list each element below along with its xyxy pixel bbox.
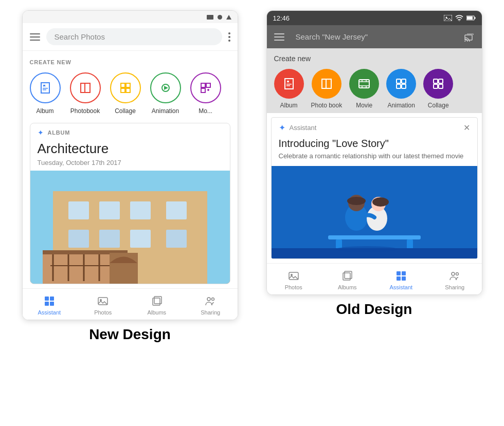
svg-point-44 <box>459 21 460 21</box>
svg-rect-79 <box>397 276 401 281</box>
old-movie-label: Movie <box>356 102 372 109</box>
old-create-collage[interactable]: Collage <box>423 69 453 109</box>
old-create-movie[interactable]: Movie <box>349 69 379 109</box>
svg-rect-57 <box>434 79 438 83</box>
old-nav-sharing[interactable]: Sharing <box>428 268 482 292</box>
old-hamburger-icon[interactable] <box>274 33 284 41</box>
more-circle-icon <box>190 72 221 103</box>
photobook-circle-icon <box>70 72 101 103</box>
svg-rect-18 <box>166 201 187 219</box>
status-triangle-icon <box>226 15 231 20</box>
album-photo <box>30 171 230 284</box>
create-more-button[interactable]: Mo... <box>190 72 221 115</box>
close-button[interactable]: ✕ <box>463 123 470 133</box>
assistant-header-left: ✦ Assistant <box>279 123 317 133</box>
svg-rect-15 <box>68 201 89 219</box>
old-nav-photos-label: Photos <box>285 284 302 290</box>
assistant-plus-icon: ✦ <box>279 123 285 133</box>
cast-icon[interactable] <box>464 32 475 42</box>
status-circle-icon <box>218 15 222 20</box>
collage-label: Collage <box>115 107 136 115</box>
old-create-photobook[interactable]: Photo book <box>311 69 343 109</box>
create-new-section: CREATE NEW Album <box>23 51 238 119</box>
more-options-icon[interactable] <box>228 32 230 42</box>
svg-rect-78 <box>402 271 406 275</box>
svg-rect-47 <box>467 16 473 20</box>
svg-rect-0 <box>43 88 48 89</box>
hamburger-menu-icon[interactable] <box>30 33 40 41</box>
album-date: Tuesday, October 17th 2017 <box>30 158 230 171</box>
create-new-label: CREATE NEW <box>30 59 230 65</box>
svg-rect-16 <box>99 201 120 219</box>
old-create-album[interactable]: Album <box>274 69 304 109</box>
svg-rect-34 <box>45 302 49 306</box>
svg-point-41 <box>212 298 214 301</box>
svg-rect-75 <box>343 273 350 280</box>
collage-circle-icon <box>110 72 141 103</box>
old-nav-photos[interactable]: Photos <box>267 268 321 292</box>
svg-rect-9 <box>201 88 205 92</box>
svg-rect-58 <box>439 79 443 83</box>
svg-rect-52 <box>359 80 369 88</box>
svg-rect-3 <box>126 83 130 87</box>
old-design-wrapper: 12:46 <box>260 10 489 318</box>
nav-assistant[interactable]: Assistant <box>23 293 77 318</box>
svg-point-49 <box>464 41 466 42</box>
create-animation-button[interactable]: Animation <box>150 72 181 115</box>
nav-albums[interactable]: Albums <box>130 293 184 318</box>
old-create-animation[interactable]: Animation <box>386 69 416 109</box>
album-card[interactable]: ✦ ALBUM Architecture Tuesday, October 17… <box>30 123 230 284</box>
svg-rect-55 <box>397 84 401 88</box>
svg-rect-1 <box>43 89 46 90</box>
svg-rect-33 <box>50 297 54 301</box>
old-photobook-label: Photo book <box>311 102 343 109</box>
svg-rect-38 <box>153 298 160 305</box>
photobook-label: Photobook <box>70 107 100 115</box>
svg-rect-19 <box>68 230 89 248</box>
svg-rect-17 <box>130 201 151 219</box>
old-search-input[interactable]: Search "New Jersey" <box>290 29 459 44</box>
svg-rect-53 <box>397 79 401 83</box>
new-design-label: New Design <box>89 326 171 343</box>
svg-rect-60 <box>439 84 443 88</box>
svg-rect-7 <box>201 83 205 87</box>
album-circle-icon <box>30 72 61 103</box>
search-input[interactable]: Search Photos <box>46 28 222 45</box>
old-collage-label: Collage <box>428 102 449 109</box>
svg-rect-39 <box>154 297 161 304</box>
old-animation-icon <box>386 69 416 99</box>
old-nav-assistant[interactable]: Assistant <box>374 268 428 292</box>
nav-sharing[interactable]: Sharing <box>184 293 238 318</box>
create-buttons-row: Album Photobook <box>30 72 230 115</box>
nav-photos-label: Photos <box>94 309 112 316</box>
old-animation-label: Animation <box>388 102 415 109</box>
create-album-button[interactable]: Album <box>30 72 61 115</box>
animation-circle-icon <box>150 72 181 103</box>
create-photobook-button[interactable]: Photobook <box>70 72 101 115</box>
new-design-wrapper: Search Photos CREATE NEW <box>15 10 244 343</box>
svg-point-71 <box>372 197 389 207</box>
assistant-card-title: Introducing "Love Story" <box>272 138 477 152</box>
nav-photos[interactable]: Photos <box>76 293 130 318</box>
create-collage-button[interactable]: Collage <box>110 72 141 115</box>
old-nav-sharing-label: Sharing <box>445 284 464 290</box>
old-nav-albums[interactable]: Albums <box>320 268 374 292</box>
svg-rect-35 <box>50 302 54 306</box>
assistant-card: ✦ Assistant ✕ Introducing "Love Story" C… <box>271 117 478 259</box>
old-collage-icon <box>423 69 453 99</box>
old-album-label: Album <box>280 102 297 109</box>
assistant-label: Assistant <box>290 124 317 132</box>
old-movie-icon <box>349 69 379 99</box>
search-placeholder-text: Search Photos <box>55 32 105 41</box>
svg-point-81 <box>452 272 455 275</box>
album-tag-label: ALBUM <box>48 129 70 136</box>
wifi-icon <box>455 15 463 21</box>
old-create-buttons-row: Album Photo book <box>274 69 475 109</box>
assistant-card-header: ✦ Assistant ✕ <box>272 118 477 138</box>
old-bottom-nav: Photos Albums Assistan <box>267 263 482 294</box>
nav-assistant-label: Assistant <box>38 309 61 316</box>
svg-rect-5 <box>126 88 130 92</box>
more-label: Mo... <box>199 107 212 115</box>
svg-rect-62 <box>328 235 421 239</box>
photo-status-icon <box>444 15 452 21</box>
